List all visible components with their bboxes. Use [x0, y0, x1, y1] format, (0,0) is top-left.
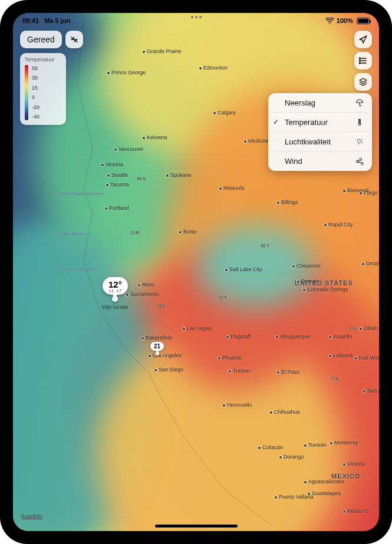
svg-point-2: [360, 62, 361, 64]
list-icon: [358, 56, 368, 65]
map-label: Bismarck: [343, 187, 369, 193]
legend-gradient: [25, 65, 28, 120]
collapse-icon: [70, 35, 79, 44]
map-label: Denver: [297, 278, 318, 284]
map-label: Tacoma: [106, 182, 129, 187]
map-label: Omah: [362, 261, 379, 266]
map-layers-button[interactable]: [354, 73, 372, 91]
weather-map-screen[interactable]: 09:41 Ma 5 jun 100% Gereed: [13, 13, 379, 531]
thermometer-icon: [354, 118, 365, 126]
layer-option-label: Temperatuur: [285, 118, 328, 127]
map-borders: [13, 13, 379, 531]
map-label: Grande Prairie: [143, 48, 182, 54]
map-info-link[interactable]: Kaartinfo: [21, 513, 42, 519]
map-label: Boise: [179, 229, 197, 235]
map-label: Victoria: [101, 161, 123, 167]
map-label: WA: [137, 176, 147, 182]
map-label: Durango: [279, 454, 304, 460]
check-icon: ✓: [273, 118, 279, 126]
map-label: Fargo: [360, 190, 378, 196]
pin-secondary[interactable]: 21: [150, 342, 164, 351]
layer-menu: Neerslag✓TemperatuurLuchtkwaliteitWind: [268, 93, 372, 171]
multitask-indicator[interactable]: [191, 16, 202, 18]
map-label: Hermosillo: [223, 402, 252, 408]
svg-point-0: [360, 58, 361, 59]
battery-icon: [355, 18, 370, 24]
map-label: Edmonton: [199, 65, 228, 71]
map-label: El Paso: [277, 369, 299, 375]
home-indicator[interactable]: [155, 525, 238, 527]
svg-point-7: [358, 141, 359, 143]
status-date: Ma 5 jun: [44, 17, 70, 24]
map-label: Cape Disappointment: [58, 191, 103, 196]
legend-title: Temperatuur: [25, 57, 61, 62]
map-label: Reno: [138, 282, 155, 288]
svg-point-8: [360, 141, 361, 142]
svg-point-3: [358, 123, 361, 126]
map-label: MEXICO: [331, 473, 360, 480]
map-label: Tucson: [229, 368, 250, 374]
layer-option-neerslag[interactable]: Neerslag: [268, 93, 372, 113]
location-arrow-icon: [358, 35, 368, 44]
status-time: 09:41: [22, 17, 39, 24]
legend-tick: -40: [32, 114, 39, 120]
map-label: Colorado Springs: [303, 286, 348, 292]
pin-primary-caption: Mijn locatie: [102, 304, 129, 310]
collapse-button[interactable]: [65, 31, 83, 48]
map-label: Cape Mendocino: [59, 266, 94, 272]
map-label: TX: [331, 376, 340, 382]
map-label: Lubbock: [329, 352, 353, 358]
layers-icon: [358, 77, 368, 87]
pin-primary-hi: 11: [108, 288, 114, 294]
svg-point-9: [361, 142, 363, 143]
map-label: Salt Lake City: [225, 266, 262, 272]
map-label: Culiacán: [258, 444, 283, 450]
map-label: Albuquerque: [276, 334, 310, 339]
map-label: Billings: [277, 199, 298, 205]
map-label: UNITED STATES: [295, 279, 353, 286]
umbrella-icon: [354, 98, 365, 107]
pin-primary-lo: 17: [116, 288, 121, 294]
done-label: Gereed: [27, 35, 55, 44]
map-label: OR: [131, 230, 140, 236]
svg-point-4: [357, 140, 358, 141]
legend-tick: -20: [32, 104, 39, 110]
map-label: Prince George: [107, 70, 146, 75]
wind-icon: [354, 157, 365, 166]
legend-tick: 0: [32, 94, 39, 100]
legend-tick: 15: [32, 85, 39, 91]
map-label: Las Vegas: [183, 325, 212, 331]
layer-option-temperatuur[interactable]: ✓Temperatuur: [268, 113, 372, 132]
pin-my-location[interactable]: 12° 11 17 Mijn locatie: [103, 277, 128, 295]
done-button[interactable]: Gereed: [20, 31, 62, 48]
map-label: Calgary: [213, 110, 236, 116]
map-label: Amarillo: [329, 334, 353, 339]
map-label: San A: [363, 388, 379, 394]
legend-ticks: 5530150-20-40: [32, 65, 39, 120]
map-label: WY: [261, 243, 271, 249]
layer-option-wind[interactable]: Wind: [268, 151, 372, 171]
locate-me-button[interactable]: [354, 31, 372, 48]
map-label: San Diego: [154, 367, 183, 372]
layer-option-label: Neerslag: [285, 98, 315, 107]
map-label: Monterrey: [330, 440, 358, 446]
map-label: Missoula: [219, 185, 245, 191]
map-label: Puerto Vallarta: [275, 494, 314, 500]
map-label: Phoenix: [218, 355, 242, 361]
map-label: Kelowna: [143, 134, 167, 140]
map-label: Victoria: [343, 461, 365, 467]
layer-option-luchtkwaliteit[interactable]: Luchtkwaliteit: [268, 132, 372, 151]
legend-tick: 55: [32, 65, 39, 71]
temperature-legend: Temperatuur 5530150-20-40: [20, 53, 66, 125]
map-label: Aguascalientes: [304, 479, 344, 484]
layer-option-label: Wind: [285, 157, 302, 166]
map-label: Fort Worth: [355, 355, 379, 361]
status-bar: 09:41 Ma 5 jun 100%: [13, 13, 379, 27]
map-label: Guadalajara: [308, 490, 341, 496]
layer-option-label: Luchtkwaliteit: [285, 137, 331, 146]
svg-point-10: [358, 143, 360, 144]
locations-list-button[interactable]: [354, 52, 372, 70]
map-label: OK: [349, 325, 358, 331]
legend-tick: 30: [32, 75, 39, 81]
map-label: NV: [157, 303, 166, 309]
